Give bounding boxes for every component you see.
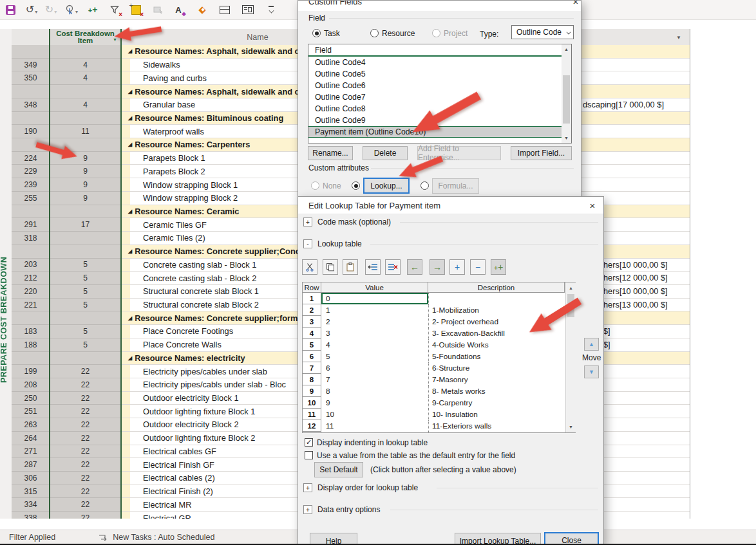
type-dropdown[interactable]: Outline Code: [511, 25, 574, 39]
scroll-up-icon[interactable]: ▲: [562, 44, 571, 54]
lookup-row[interactable]: 988- Metals works: [303, 385, 565, 397]
expand-code-mask-button[interactable]: +: [303, 217, 312, 226]
lookup-value-cell[interactable]: 5: [321, 351, 428, 362]
lookup-value-cell[interactable]: 1: [321, 304, 428, 316]
collapse-triangle-icon[interactable]: ◢: [128, 89, 132, 95]
lookup-description-cell[interactable]: 6-Structure: [428, 362, 565, 374]
expand-display-order-button[interactable]: +: [303, 483, 312, 492]
new-tasks-mode[interactable]: New Tasks : Auto Scheduled: [98, 533, 214, 542]
lookup-description-cell[interactable]: 4-Outside Works: [428, 339, 565, 351]
column-filter-icon[interactable]: ▼: [676, 35, 681, 41]
copy-row-button[interactable]: [323, 259, 338, 275]
display-indenting-label[interactable]: Display indenting in lookup table: [317, 438, 428, 447]
touch-mouse-mode-button[interactable]: ▾: [64, 1, 80, 18]
lookup-row[interactable]: 655-Foundations: [303, 351, 565, 362]
lookup-value-cell[interactable]: 0: [321, 293, 428, 304]
scrollbar-thumb[interactable]: [563, 75, 570, 124]
scroll-up-icon[interactable]: ▲: [566, 283, 576, 293]
collapse-triangle-icon[interactable]: ◢: [128, 355, 132, 361]
delete-row-button[interactable]: [385, 259, 401, 275]
grid-corner-cell[interactable]: [12, 29, 50, 45]
lookup-row[interactable]: 1099-Carpentry: [303, 397, 565, 409]
collapse-triangle-icon[interactable]: ◢: [128, 48, 132, 54]
scroll-down-icon[interactable]: ▼: [566, 422, 576, 432]
lookup-value-cell[interactable]: 6: [321, 362, 428, 374]
outdent-button[interactable]: ←: [407, 259, 422, 275]
copy-picture-button[interactable]: [151, 1, 166, 18]
lookup-description-cell[interactable]: [428, 293, 565, 304]
close-icon[interactable]: ×: [570, 0, 581, 7]
rename-button[interactable]: Rename...: [308, 146, 353, 160]
lookup-row[interactable]: 10: [303, 293, 565, 304]
scroll-to-task-button[interactable]: ◆: [194, 1, 210, 18]
lookup-description-cell[interactable]: 11-Exteriors walls: [428, 420, 565, 432]
lookup-value-cell[interactable]: 4: [321, 339, 428, 351]
lookup-value-cell[interactable]: 7: [321, 374, 428, 385]
task-radio[interactable]: [312, 29, 321, 37]
collapse-lookup-table-button[interactable]: -: [303, 239, 312, 248]
expand-data-entry-button[interactable]: +: [303, 505, 312, 514]
collapse-triangle-icon[interactable]: ◢: [128, 208, 132, 214]
resource-radio[interactable]: [370, 29, 379, 37]
delete-button[interactable]: Delete: [363, 146, 408, 160]
field-list-item[interactable]: Outline Code6: [308, 80, 571, 91]
move-up-button[interactable]: ▲: [584, 338, 599, 351]
field-list-item[interactable]: Outline Code7: [308, 91, 571, 103]
lookup-row[interactable]: 433- Excavation-Backfill: [303, 328, 565, 339]
display-indenting-checkbox[interactable]: ✓: [305, 438, 313, 447]
scroll-down-icon[interactable]: ▼: [562, 133, 571, 143]
lookup-row[interactable]: 211-Mobilization: [303, 304, 565, 316]
insert-column-button[interactable]: ×: [128, 1, 144, 18]
chevron-down-icon[interactable]: ▾: [35, 9, 37, 15]
lookup-value-cell[interactable]: 9: [321, 397, 428, 409]
field-list-item[interactable]: Outline Code5: [308, 68, 571, 80]
set-default-button[interactable]: Set Default: [314, 462, 363, 477]
use-default-value-label[interactable]: Use a value from the table as the defaul…: [317, 451, 515, 460]
lookup-row[interactable]: 121111-Exteriors walls: [303, 420, 565, 432]
lookup-row[interactable]: 544-Outside Works: [303, 339, 565, 351]
split-view-button[interactable]: [217, 1, 232, 18]
lookup-value-cell[interactable]: 12: [321, 432, 428, 432]
collapse-node-button[interactable]: −: [470, 259, 486, 275]
text-styles-button[interactable]: A: [172, 1, 187, 18]
filter-status[interactable]: Filter Applied: [9, 533, 55, 542]
lookup-value-cell[interactable]: 2: [321, 316, 428, 328]
cut-row-button[interactable]: [302, 259, 317, 275]
collapse-triangle-icon[interactable]: ◢: [128, 115, 132, 121]
close-icon[interactable]: ×: [587, 200, 598, 211]
lookup-row[interactable]: 877-Masonry: [303, 374, 565, 385]
field-list-scrollbar[interactable]: ▲ ▼: [562, 44, 571, 143]
lookup-row[interactable]: 111010- Insulation: [303, 409, 565, 420]
lookup-description-cell[interactable]: 9-Carpentry: [428, 397, 565, 409]
task-radio-label[interactable]: Task: [324, 29, 340, 38]
chevron-down-icon[interactable]: ▾: [54, 9, 57, 15]
field-list-item[interactable]: Outline Code4: [308, 57, 571, 68]
lookup-description-cell[interactable]: 10- Insulation: [428, 409, 565, 420]
save-button[interactable]: [3, 1, 18, 18]
lookup-row[interactable]: 766-Structure: [303, 362, 565, 374]
insert-tasks-button[interactable]: ++: [85, 1, 100, 18]
move-down-button[interactable]: ▼: [584, 365, 599, 378]
lookup-description-cell[interactable]: 7-Masonry: [428, 374, 565, 385]
lookup-value-cell[interactable]: 11: [321, 420, 428, 432]
insert-row-button[interactable]: [365, 259, 381, 275]
collapse-triangle-icon[interactable]: ◢: [128, 248, 132, 254]
lookup-description-cell[interactable]: 5-Foundations: [428, 351, 565, 362]
use-default-value-checkbox[interactable]: [305, 451, 313, 459]
lookup-radio[interactable]: [352, 181, 360, 190]
redo-button[interactable]: ↻▾: [44, 1, 59, 18]
collapse-triangle-icon[interactable]: ◢: [128, 142, 132, 147]
close-button[interactable]: Close: [544, 532, 599, 545]
chevron-down-icon[interactable]: ▾: [75, 9, 78, 15]
import-field-button[interactable]: Import Field...: [511, 146, 572, 160]
clear-filter-button[interactable]: ×: [107, 1, 122, 18]
lookup-value-cell[interactable]: 10: [321, 409, 428, 420]
lookup-row[interactable]: 131212-Roofing: [303, 432, 565, 432]
paste-row-button[interactable]: [343, 259, 358, 275]
lookup-value-table[interactable]: Row Value Description 10211-Mobilization…: [302, 282, 576, 433]
column-header-cost-breakdown-item[interactable]: Cost Breakdown Item ▼: [50, 29, 121, 45]
customize-qat-button[interactable]: [263, 1, 279, 18]
resource-radio-label[interactable]: Resource: [382, 29, 415, 38]
collapse-triangle-icon[interactable]: ◢: [128, 315, 132, 321]
expand-node-button[interactable]: +: [449, 259, 465, 275]
